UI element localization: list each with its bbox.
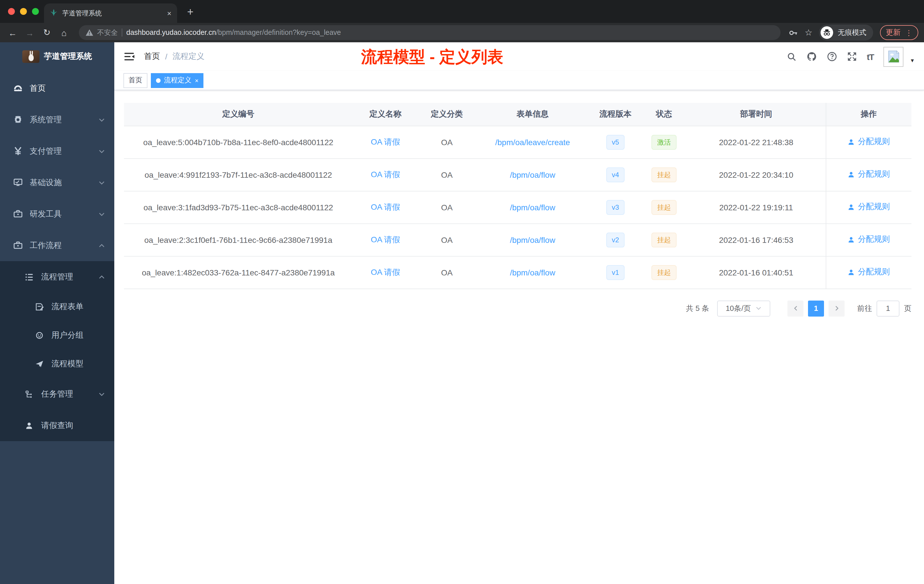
browser-tab[interactable]: 芋道管理系统 × bbox=[44, 3, 177, 23]
sidebar-item-system[interactable]: 系统管理 bbox=[0, 104, 114, 135]
chevron-down-icon bbox=[98, 148, 105, 155]
minimize-window-button[interactable] bbox=[20, 8, 27, 15]
table-row: oa_leave:4:991f2193-7b7f-11ec-a3c8-acde4… bbox=[124, 158, 911, 191]
yen-icon bbox=[13, 146, 23, 156]
tab-close-icon[interactable]: × bbox=[167, 9, 172, 17]
help-icon[interactable] bbox=[827, 51, 837, 62]
version-badge[interactable]: v5 bbox=[606, 135, 625, 149]
app-logo[interactable]: 芋道管理系统 bbox=[0, 42, 114, 71]
reload-button[interactable]: ↻ bbox=[40, 27, 54, 38]
assign-rule-button[interactable]: 分配规则 bbox=[848, 202, 890, 212]
version-badge[interactable]: v3 bbox=[606, 200, 625, 214]
form-link[interactable]: /bpm/oa/flow bbox=[510, 203, 555, 212]
page-number-current[interactable]: 1 bbox=[808, 300, 824, 316]
sidebar-item-infrastructure[interactable]: 基础设施 bbox=[0, 167, 114, 198]
browser-titlebar: 芋道管理系统 × + bbox=[0, 0, 924, 23]
bookmark-star-icon[interactable]: ☆ bbox=[802, 27, 815, 38]
zoom-window-button[interactable] bbox=[32, 8, 39, 15]
search-icon[interactable] bbox=[787, 52, 797, 61]
sidebar-item-process-model[interactable]: 流程模型 bbox=[0, 350, 114, 378]
version-badge[interactable]: v1 bbox=[606, 265, 625, 280]
browser-menu-icon[interactable]: ⋮ bbox=[905, 28, 912, 37]
cell-deploy-time: 2022-01-22 21:48:38 bbox=[687, 126, 826, 158]
definition-name-link[interactable]: OA 请假 bbox=[371, 170, 400, 178]
tab-title: 芋道管理系统 bbox=[62, 9, 167, 17]
forward-button[interactable]: → bbox=[23, 28, 36, 38]
sidebar-item-label: 请假查询 bbox=[41, 420, 73, 431]
goto-page-input[interactable] bbox=[876, 300, 899, 316]
back-button[interactable]: ← bbox=[6, 28, 20, 38]
sidebar-item-process-form[interactable]: 流程表单 bbox=[0, 292, 114, 321]
form-link[interactable]: /bpm/oa/leave/create bbox=[495, 137, 570, 147]
assign-rule-label: 分配规则 bbox=[858, 137, 890, 147]
home-button[interactable]: ⌂ bbox=[57, 28, 71, 38]
assign-rule-button[interactable]: 分配规则 bbox=[848, 170, 890, 180]
form-link[interactable]: /bpm/oa/flow bbox=[510, 268, 555, 277]
font-size-icon[interactable]: tT bbox=[867, 52, 874, 61]
assign-rule-label: 分配规则 bbox=[858, 202, 890, 212]
definition-name-link[interactable]: OA 请假 bbox=[371, 137, 400, 146]
address-bar[interactable]: 不安全 dashboard.yudao.iocoder.cn/bpm/manag… bbox=[79, 25, 780, 40]
breadcrumb: 首页 / 流程定义 bbox=[144, 51, 205, 62]
form-link[interactable]: /bpm/oa/flow bbox=[510, 235, 555, 244]
tag-home[interactable]: 首页 bbox=[124, 73, 147, 88]
cell-definition-id: oa_leave:5:004b710b-7b8a-11ec-8ef0-acde4… bbox=[124, 126, 353, 158]
table-row: oa_leave:2:3c1f0ef1-76b1-11ec-9c66-a2380… bbox=[124, 223, 911, 256]
status-badge: 挂起 bbox=[652, 265, 676, 280]
next-page-button[interactable] bbox=[828, 300, 845, 316]
col-actions: 操作 bbox=[826, 103, 911, 126]
security-label: 不安全 bbox=[97, 28, 118, 38]
user-icon bbox=[24, 421, 34, 430]
close-window-button[interactable] bbox=[8, 8, 15, 15]
goto-label: 前往 bbox=[857, 303, 872, 313]
col-definition-id: 定义编号 bbox=[124, 103, 353, 126]
sidebar-item-payment[interactable]: 支付管理 bbox=[0, 135, 114, 167]
version-badge[interactable]: v2 bbox=[606, 232, 625, 247]
fullscreen-icon[interactable] bbox=[847, 51, 857, 62]
update-button[interactable]: 更新 ⋮ bbox=[880, 25, 918, 40]
url-host: dashboard.yudao.iocoder.cn bbox=[126, 28, 216, 36]
assign-rule-button[interactable]: 分配规则 bbox=[848, 137, 890, 147]
sidebar-item-home[interactable]: 首页 bbox=[0, 73, 114, 104]
sidebar-item-leave-query[interactable]: 请假查询 bbox=[0, 410, 114, 441]
page-unit-label: 页 bbox=[904, 303, 911, 313]
avatar-caret-icon[interactable]: ▼ bbox=[910, 58, 915, 63]
main-area: 首页 / 流程定义 流程模型 - 定义列表 bbox=[114, 42, 924, 584]
list-tree-icon bbox=[24, 272, 34, 281]
sidebar-item-label: 首页 bbox=[30, 83, 46, 93]
dashboard-icon bbox=[13, 83, 23, 93]
github-icon[interactable] bbox=[806, 51, 817, 62]
sidebar-item-process-mgmt[interactable]: 流程管理 bbox=[0, 261, 114, 292]
assign-rule-label: 分配规则 bbox=[858, 170, 890, 180]
definition-table: 定义编号 定义名称 定义分类 表单信息 流程版本 状态 部署时间 操作 oa_l bbox=[124, 103, 911, 289]
definition-name-link[interactable]: OA 请假 bbox=[371, 202, 400, 211]
sidebar-item-user-group[interactable]: 用户分组 bbox=[0, 321, 114, 350]
definition-name-link[interactable]: OA 请假 bbox=[371, 267, 400, 276]
chevron-down-icon bbox=[756, 305, 762, 312]
browser-toolbar: ← → ↻ ⌂ 不安全 dashboard.yudao.iocoder.cn/b… bbox=[0, 23, 924, 42]
cell-deploy-time: 2022-01-16 17:46:53 bbox=[687, 223, 826, 256]
avatar[interactable] bbox=[883, 46, 903, 66]
sidebar-item-dev-tools[interactable]: 研发工具 bbox=[0, 198, 114, 230]
form-edit-icon bbox=[34, 302, 45, 312]
tag-label: 首页 bbox=[129, 76, 142, 85]
sidebar-toggle-button[interactable] bbox=[124, 51, 135, 62]
new-tab-button[interactable]: + bbox=[183, 6, 198, 18]
form-link[interactable]: /bpm/oa/flow bbox=[510, 170, 555, 179]
page-size-select[interactable]: 10条/页 bbox=[717, 300, 770, 316]
sidebar-item-workflow[interactable]: 工作流程 bbox=[0, 230, 114, 261]
version-badge[interactable]: v4 bbox=[606, 167, 625, 182]
url-path: /bpm/manager/definition?key=oa_leave bbox=[216, 28, 341, 36]
breadcrumb-home[interactable]: 首页 bbox=[144, 51, 160, 62]
chevron-up-icon bbox=[98, 274, 105, 280]
assign-rule-button[interactable]: 分配规则 bbox=[848, 234, 890, 245]
sidebar-menu: 首页 系统管理 支付管理 bbox=[0, 73, 114, 441]
tag-close-icon[interactable]: × bbox=[195, 77, 198, 84]
prev-page-button[interactable] bbox=[787, 300, 804, 316]
assign-rule-button[interactable]: 分配规则 bbox=[848, 267, 890, 277]
definition-name-link[interactable]: OA 请假 bbox=[371, 234, 400, 244]
tag-process-definition[interactable]: 流程定义 × bbox=[151, 73, 204, 88]
key-icon[interactable] bbox=[789, 28, 798, 38]
sidebar-item-task-mgmt[interactable]: 任务管理 bbox=[0, 378, 114, 410]
incognito-label: 无痕模式 bbox=[838, 28, 866, 38]
